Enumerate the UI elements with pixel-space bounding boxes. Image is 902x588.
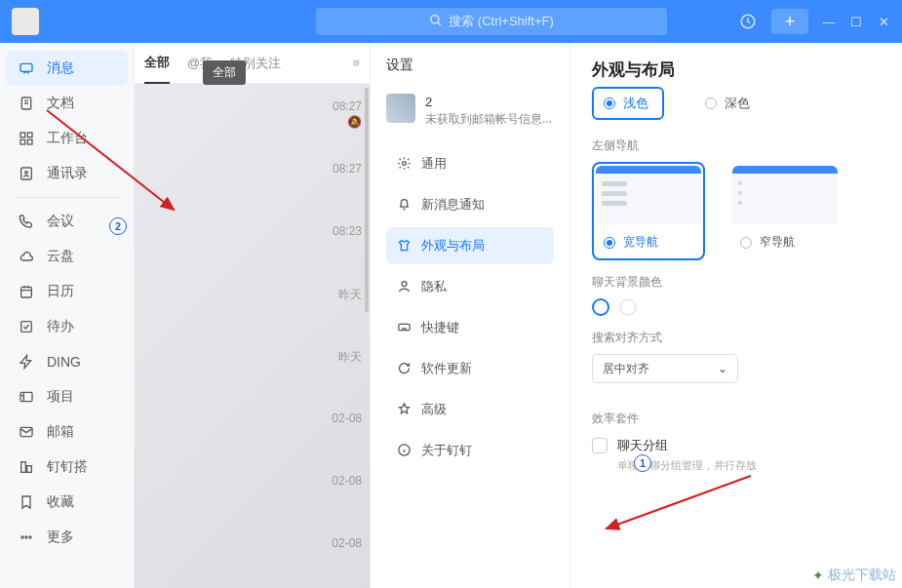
sidebar-label: 文档 xyxy=(47,95,74,112)
user-icon xyxy=(396,279,412,294)
settings-item-about[interactable]: 关于钉钉 xyxy=(386,432,554,469)
minimize-icon[interactable]: — xyxy=(822,15,836,28)
settings-label: 关于钉钉 xyxy=(421,442,472,459)
history-icon[interactable] xyxy=(738,12,758,31)
settings-item-advanced[interactable]: 高级 xyxy=(386,391,554,428)
settings-label: 外观与布局 xyxy=(421,237,485,255)
profile-subtitle: 未获取到邮箱帐号信息... xyxy=(425,111,552,128)
theme-light[interactable]: 浅色 xyxy=(592,87,664,120)
svg-rect-21 xyxy=(398,325,409,331)
more-icon xyxy=(18,529,35,546)
color-option-white[interactable] xyxy=(592,298,609,316)
sidebar-item-favorites[interactable]: 收藏 xyxy=(0,485,134,520)
sidebar-item-mail[interactable]: 邮箱 xyxy=(0,414,134,450)
chat-group-option[interactable]: 聊天分组 单聊群聊分组管理，并行存放 xyxy=(592,437,881,473)
profile-avatar xyxy=(386,94,415,123)
sidebar-label: 待办 xyxy=(47,318,74,335)
sidebar-item-ding[interactable]: DING xyxy=(0,344,134,379)
cloud-icon xyxy=(18,248,35,265)
svg-point-17 xyxy=(25,536,27,538)
msg-time: 02-08 xyxy=(332,474,362,488)
sidebar-label: 云盘 xyxy=(47,248,74,265)
sidebar-label: 日历 xyxy=(47,283,74,300)
settings-label: 高级 xyxy=(421,401,447,418)
nav-wide-card[interactable]: 宽导航 xyxy=(592,162,705,260)
sidebar-item-dingdingda[interactable]: 钉钉搭 xyxy=(0,450,134,485)
nav-preview xyxy=(732,166,838,224)
radio-icon xyxy=(705,98,717,109)
sidebar-label: 通讯录 xyxy=(47,165,88,182)
chevron-down-icon: ⌄ xyxy=(718,362,727,375)
svg-point-20 xyxy=(402,282,407,287)
global-search[interactable]: 搜索 (Ctrl+Shift+F) xyxy=(316,8,667,35)
settings-item-privacy[interactable]: 隐私 xyxy=(386,268,554,305)
settings-item-notifications[interactable]: 新消息通知 xyxy=(386,186,554,223)
msg-time: 08:27🔕 xyxy=(333,99,362,129)
sidebar-item-meeting[interactable]: 会议 xyxy=(0,204,134,239)
svg-rect-2 xyxy=(20,63,32,71)
gear-icon xyxy=(396,156,412,172)
chat-group-desc: 单聊群聊分组管理，并行存放 xyxy=(617,458,757,473)
theme-dark[interactable]: 深色 xyxy=(693,87,765,120)
color-option[interactable] xyxy=(619,298,637,316)
settings-item-shortcuts[interactable]: 快捷键 xyxy=(386,309,554,346)
chat-group-label: 聊天分组 xyxy=(617,437,757,454)
message-list[interactable]: 08:27🔕 08:27 08:23 昨天 昨天 02-08 02-08 02-… xyxy=(135,84,370,588)
scrollbar[interactable] xyxy=(364,84,370,588)
sidebar-label: 项目 xyxy=(47,388,74,406)
sidebar-item-calendar[interactable]: 日历 xyxy=(0,274,134,309)
contacts-icon xyxy=(18,165,35,182)
detail-title: 外观与布局 xyxy=(592,59,881,81)
tab-all[interactable]: 全部 xyxy=(144,43,170,84)
project-icon xyxy=(18,388,35,406)
settings-item-appearance[interactable]: 外观与布局 xyxy=(386,227,554,264)
svg-point-9 xyxy=(25,171,28,174)
settings-item-update[interactable]: 软件更新 xyxy=(386,350,554,387)
close-icon[interactable]: ✕ xyxy=(877,15,890,28)
calendar-icon xyxy=(18,283,35,300)
sidebar-item-contacts[interactable]: 通讯录 xyxy=(0,156,134,191)
leftnav-label: 左侧导航 xyxy=(592,137,881,154)
nav-narrow-card[interactable]: 窄导航 xyxy=(728,162,842,260)
svg-point-0 xyxy=(431,15,439,22)
sidebar-item-docs[interactable]: 文档 xyxy=(0,86,134,121)
apps-icon xyxy=(18,130,35,147)
profile-name: 2 xyxy=(425,94,552,111)
sidebar-item-messages[interactable]: 消息 xyxy=(6,51,128,86)
sidebar-label: 更多 xyxy=(47,529,74,546)
settings-label: 新消息通知 xyxy=(421,196,485,214)
top-bar: 搜索 (Ctrl+Shift+F) + — ☐ ✕ xyxy=(0,0,902,43)
info-icon xyxy=(396,443,412,458)
new-button[interactable]: + xyxy=(771,9,808,34)
sidebar-item-todo[interactable]: 待办 xyxy=(0,309,134,344)
settings-label: 通用 xyxy=(421,155,447,173)
sidebar-item-project[interactable]: 项目 xyxy=(0,379,134,414)
sidebar-item-cloud[interactable]: 云盘 xyxy=(0,239,134,274)
radio-icon xyxy=(740,237,752,249)
bell-icon xyxy=(396,197,412,213)
nav-label: 窄导航 xyxy=(760,234,795,251)
svg-rect-4 xyxy=(20,133,25,137)
settings-profile[interactable]: 2 未获取到邮箱帐号信息... xyxy=(386,88,554,134)
watermark-icon: ✦ xyxy=(812,568,824,583)
sidebar-label: 收藏 xyxy=(47,493,74,511)
tab-tooltip: 全部 xyxy=(203,60,246,85)
user-avatar[interactable] xyxy=(12,8,39,35)
maximize-icon[interactable]: ☐ xyxy=(849,15,863,28)
svg-rect-11 xyxy=(21,322,32,333)
mail-icon xyxy=(18,423,35,441)
svg-rect-14 xyxy=(21,462,26,473)
sidebar-item-more[interactable]: 更多 xyxy=(0,520,134,555)
svg-rect-10 xyxy=(21,287,32,297)
settings-item-general[interactable]: 通用 xyxy=(386,145,554,182)
search-align-select[interactable]: 居中对齐 ⌄ xyxy=(592,354,738,383)
left-sidebar: 消息 文档 工作台 通讯录 会议 云盘 日历 待办 xyxy=(0,43,135,588)
todo-icon xyxy=(18,318,35,335)
search-icon xyxy=(429,14,443,30)
sidebar-item-workbench[interactable]: 工作台 xyxy=(0,121,134,156)
tab-menu-icon[interactable]: ≡ xyxy=(352,56,360,70)
search-placeholder: 搜索 (Ctrl+Shift+F) xyxy=(449,13,554,30)
svg-rect-15 xyxy=(27,466,32,473)
appearance-detail: 外观与布局 浅色 深色 左侧导航 宽导航 窄导 xyxy=(570,43,902,588)
sidebar-label: DING xyxy=(47,354,81,370)
